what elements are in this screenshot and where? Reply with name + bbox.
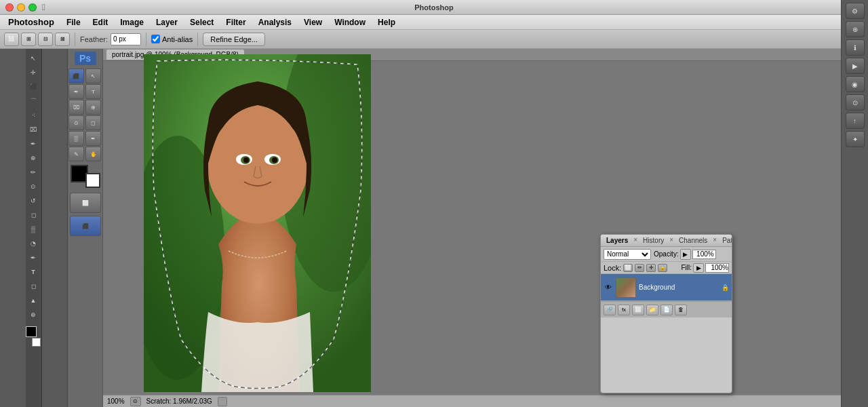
new-selection-btn[interactable]: ⬜ bbox=[4, 33, 19, 46]
delete-layer-btn[interactable]: 🗑 bbox=[675, 305, 687, 315]
tool-lasso[interactable]: ⌒ bbox=[26, 94, 40, 108]
outer-right-btn-5[interactable]: ◉ bbox=[846, 76, 865, 92]
status-arrow-btn[interactable] bbox=[218, 397, 227, 406]
background-swatch[interactable] bbox=[85, 173, 100, 188]
tool-text[interactable]: T bbox=[26, 265, 40, 279]
layer-name: Background bbox=[639, 284, 719, 291]
link-layers-btn[interactable]: 🔗 bbox=[604, 305, 616, 315]
tool-crop[interactable]: ⌧ bbox=[26, 123, 40, 136]
menu-help[interactable]: Help bbox=[372, 16, 401, 28]
menu-analysis[interactable]: Analysis bbox=[253, 16, 297, 28]
background-color[interactable] bbox=[32, 338, 41, 347]
tool-history-brush[interactable]: ↺ bbox=[26, 194, 40, 208]
tool-magic-wand[interactable]: ⁖ bbox=[26, 109, 40, 122]
grid-arrow-tool[interactable]: ↖ bbox=[85, 69, 101, 83]
grid-crop-tool[interactable]: ⌧ bbox=[68, 100, 84, 115]
canvas-svg bbox=[144, 54, 371, 392]
grid-zoom-tool[interactable]: ⊕ bbox=[85, 100, 101, 115]
outer-right-btn-4[interactable]: ▶ bbox=[846, 58, 865, 74]
left-toolbar: ↖ ✛ ⬛ ⌒ ⁖ ⌧ ✒ ⊕ ✏ ⊙ ↺ ◻ ▒ ◔ ✒ T ◻ ▲ ⊕ bbox=[26, 49, 42, 407]
tool-gradient[interactable]: ▒ bbox=[26, 222, 40, 236]
tool-eraser[interactable]: ◻ bbox=[26, 208, 40, 222]
opacity-arrow-btn[interactable]: ▶ bbox=[680, 249, 691, 260]
tab-sep-3: × bbox=[713, 236, 717, 245]
zoom-level: 100% bbox=[107, 398, 125, 405]
add-mask-btn[interactable]: ⬜ bbox=[632, 305, 644, 315]
menu-layer[interactable]: Layer bbox=[151, 16, 183, 28]
menu-select[interactable]: Select bbox=[184, 16, 219, 28]
fx-btn[interactable]: fx bbox=[618, 305, 630, 315]
opacity-input[interactable] bbox=[692, 250, 716, 259]
tool-pen[interactable]: ✒ bbox=[26, 251, 40, 265]
grid-brush-tool[interactable]: T bbox=[85, 84, 101, 99]
lock-all-btn[interactable]: 🔒 bbox=[658, 264, 667, 272]
grid-pen-tool[interactable]: ✒ bbox=[68, 84, 84, 99]
layers-panel-titlebar: Layers × History × Channels × Paths × bbox=[601, 235, 732, 247]
menu-file[interactable]: File bbox=[61, 16, 86, 28]
grid-selection-tool[interactable]: ⬛ bbox=[68, 69, 84, 83]
tool-arrow[interactable]: ↖ bbox=[26, 52, 40, 65]
add-selection-btn[interactable]: ⊞ bbox=[21, 33, 36, 46]
outer-right-btn-2[interactable]: ⊕ bbox=[846, 21, 865, 37]
outer-right-btn-7[interactable]: ↑ bbox=[846, 113, 865, 129]
minimize-button[interactable] bbox=[17, 3, 25, 12]
tab-paths[interactable]: Paths bbox=[719, 236, 732, 245]
foreground-color[interactable] bbox=[26, 326, 37, 337]
tool-zoom[interactable]: ⊕ bbox=[26, 308, 40, 322]
grid-heal-tool[interactable]: ⊙ bbox=[68, 115, 84, 130]
layer-visibility-eye[interactable]: 👁 bbox=[604, 283, 613, 292]
tool-3d[interactable]: ▲ bbox=[26, 294, 40, 307]
tool-dodge[interactable]: ◔ bbox=[26, 237, 40, 250]
toolbar-separator-3 bbox=[197, 33, 198, 46]
intersect-selection-btn[interactable]: ⊠ bbox=[55, 33, 70, 46]
grid-eyedrop-tool[interactable]: ✒ bbox=[85, 131, 101, 146]
lock-transparency-btn[interactable]: ⬜ bbox=[623, 264, 633, 272]
window-controls[interactable] bbox=[5, 3, 37, 12]
menu-image[interactable]: Image bbox=[115, 16, 149, 28]
new-layer-btn[interactable]: 📄 bbox=[660, 305, 673, 315]
feather-input[interactable] bbox=[111, 33, 141, 45]
maximize-button[interactable] bbox=[28, 3, 37, 12]
menu-filter[interactable]: Filter bbox=[220, 16, 251, 28]
tool-select-rect[interactable]: ⬛ bbox=[26, 80, 40, 94]
menu-photoshop[interactable]: Photoshop bbox=[3, 16, 60, 28]
close-button[interactable] bbox=[5, 3, 14, 12]
grid-hand-tool[interactable]: ✋ bbox=[85, 147, 101, 161]
tab-channels[interactable]: Channels bbox=[676, 236, 710, 245]
outer-right-btn-6[interactable]: ⊙ bbox=[846, 94, 865, 111]
layer-item-background[interactable]: 👁 Background 🔒 bbox=[601, 274, 732, 301]
grid-gradient-tool[interactable]: ▒ bbox=[68, 131, 84, 146]
tab-layers[interactable]: Layers bbox=[604, 236, 631, 245]
tool-shape[interactable]: ◻ bbox=[26, 279, 40, 293]
outer-right-btn-1[interactable]: ⚙ bbox=[846, 3, 865, 19]
grid-shape-tool[interactable]: ◻ bbox=[85, 115, 101, 130]
outer-right-btn-3[interactable]: ℹ bbox=[846, 39, 865, 56]
antialias-checkbox[interactable] bbox=[151, 35, 160, 43]
new-group-btn[interactable]: 📁 bbox=[646, 305, 658, 315]
refine-edge-button[interactable]: Refine Edge... bbox=[203, 33, 265, 46]
fill-input[interactable] bbox=[705, 263, 729, 273]
tool-eyedropper[interactable]: ✒ bbox=[26, 137, 40, 151]
subtract-selection-btn[interactable]: ⊟ bbox=[38, 33, 53, 46]
screen-mode-btn[interactable]: ⬛ bbox=[70, 216, 101, 236]
fill-arrow-btn[interactable]: ▶ bbox=[693, 263, 704, 273]
tool-brush[interactable]: ✏ bbox=[26, 166, 40, 179]
tab-sep-2: × bbox=[669, 236, 673, 245]
tool-heal[interactable]: ⊕ bbox=[26, 151, 40, 165]
zoom-indicator-btn[interactable]: ⊙ bbox=[130, 397, 141, 406]
outer-right-btn-8[interactable]: ✦ bbox=[846, 131, 865, 147]
tab-history[interactable]: History bbox=[640, 236, 667, 245]
ps-logo-badge: Ps bbox=[75, 52, 96, 65]
quick-mask-btn[interactable]: ⬜ bbox=[70, 193, 101, 213]
menu-edit[interactable]: Edit bbox=[87, 16, 114, 28]
fill-group: Fill: ▶ bbox=[681, 263, 729, 273]
tool-clone[interactable]: ⊙ bbox=[26, 180, 40, 193]
menu-window[interactable]: Window bbox=[329, 16, 371, 28]
menu-view[interactable]: View bbox=[298, 16, 328, 28]
grid-notes-tool[interactable]: ✎ bbox=[68, 147, 84, 161]
tool-move[interactable]: ✛ bbox=[26, 66, 40, 79]
selection-mode-group: ⬜ ⊞ ⊟ ⊠ bbox=[4, 33, 70, 46]
blend-mode-select[interactable]: Normal Multiply Screen bbox=[604, 249, 651, 260]
lock-position-btn[interactable]: ✛ bbox=[646, 264, 656, 272]
lock-image-btn[interactable]: ✏ bbox=[635, 264, 644, 272]
